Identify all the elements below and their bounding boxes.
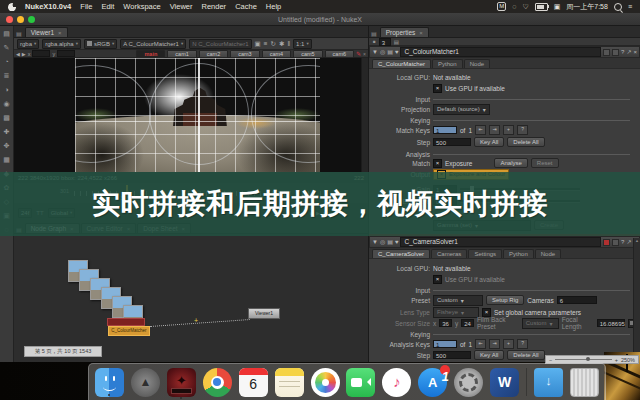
- toolbox-time-icon[interactable]: ◔: [4, 58, 8, 65]
- toolbox-keyer-icon[interactable]: ▩: [3, 114, 10, 121]
- use-gpu-checkbox[interactable]: ×: [433, 84, 442, 93]
- exposure-checkbox[interactable]: ×: [433, 159, 442, 168]
- match-keys-field[interactable]: 1: [433, 126, 457, 134]
- record-button[interactable]: [603, 239, 610, 246]
- lens-type-dropdown[interactable]: Fisheye▾: [433, 307, 479, 318]
- input-method-icon[interactable]: M: [497, 2, 506, 11]
- menu-item-cache[interactable]: Cache: [235, 2, 257, 11]
- tab-python[interactable]: Python: [503, 249, 534, 258]
- toolbox-draw-icon[interactable]: ✎: [4, 44, 10, 51]
- node-title-field[interactable]: C_ColourMatcher1: [400, 47, 601, 57]
- viewer-image[interactable]: [75, 58, 320, 172]
- pane-menu-icon[interactable]: ▤: [16, 30, 22, 37]
- menu-app-name[interactable]: NukeX10.0v4: [25, 2, 71, 11]
- delete-all-button[interactable]: Delete All: [507, 137, 544, 147]
- channels-dropdown[interactable]: rgba▾: [17, 39, 39, 49]
- coord-x-field[interactable]: [32, 50, 50, 57]
- add-key-icon[interactable]: +: [503, 339, 514, 349]
- tab-viewer1[interactable]: Viewer1 ×: [25, 27, 68, 37]
- favorite-icon[interactable]: ♥: [395, 49, 399, 55]
- apple-menu-icon[interactable]: [8, 3, 16, 11]
- projection-dropdown[interactable]: Default (source)▾: [433, 104, 490, 115]
- key-all-button[interactable]: Key All: [474, 137, 504, 147]
- menu-item-edit[interactable]: Edit: [101, 2, 114, 11]
- bin-count-field[interactable]: 3: [379, 38, 391, 46]
- heart-icon[interactable]: ♡: [522, 3, 528, 11]
- sensor-x-field[interactable]: 36: [439, 319, 452, 327]
- pane-menu-icon[interactable]: ▤: [371, 30, 377, 37]
- toolbox-merge-icon[interactable]: ✚: [4, 128, 10, 135]
- refresh-icon[interactable]: ↻: [270, 40, 275, 48]
- view-cam3-button[interactable]: cam3: [230, 50, 259, 58]
- collapse-icon[interactable]: ▼: [372, 49, 378, 55]
- undock-icon[interactable]: ↗: [626, 239, 631, 245]
- menu-clock[interactable]: 周一上午7:58: [566, 2, 608, 12]
- first-key-icon[interactable]: ⇤: [475, 125, 486, 135]
- dock-chrome[interactable]: [203, 368, 232, 397]
- dock-calendar[interactable]: 6: [239, 368, 268, 397]
- dock-finder[interactable]: [95, 368, 124, 397]
- node-graph-canvas[interactable]: C_ColourMatcher + Viewer1: [14, 234, 368, 362]
- undock-icon[interactable]: ↗: [626, 49, 631, 55]
- brush-icon[interactable]: ✎: [356, 50, 361, 57]
- viewer-node[interactable]: Viewer1: [248, 308, 280, 319]
- tab-close-icon[interactable]: ×: [419, 30, 423, 36]
- step-field[interactable]: 500: [433, 138, 471, 146]
- preset-dropdown[interactable]: Custom▾: [433, 295, 483, 306]
- tab-c-camerasolver[interactable]: C_CameraSolver: [372, 249, 430, 258]
- notification-center-icon[interactable]: ≡: [628, 3, 632, 10]
- tab-c-colourmatcher[interactable]: C_ColourMatcher: [372, 59, 431, 68]
- dock-nuke[interactable]: ✦: [167, 368, 196, 397]
- display-icon[interactable]: ▣: [554, 3, 561, 11]
- help-icon[interactable]: ?: [621, 239, 624, 245]
- analyse-button[interactable]: Analyse: [494, 158, 527, 168]
- alpha-dropdown[interactable]: rgba.alpha▾: [42, 39, 81, 49]
- list-icon[interactable]: ≡: [264, 40, 268, 48]
- float-panel-icon[interactable]: ▤: [387, 239, 393, 245]
- view-cam2-button[interactable]: cam2: [199, 50, 228, 58]
- dock-photos[interactable]: [311, 368, 340, 397]
- node-title-field[interactable]: C_CameraSolver1: [400, 237, 601, 247]
- tab-close-icon[interactable]: ×: [58, 30, 62, 36]
- film-back-dropdown[interactable]: Custom▾: [522, 318, 559, 329]
- menu-item-help[interactable]: Help: [266, 2, 281, 11]
- zoom-out-icon[interactable]: −: [549, 357, 552, 363]
- dock-facetime[interactable]: [346, 368, 375, 397]
- dock-system-preferences[interactable]: [454, 368, 483, 397]
- use-gpu-checkbox[interactable]: ×: [433, 275, 442, 284]
- add-key-icon[interactable]: +: [503, 125, 514, 135]
- reset-button[interactable]: Reset: [531, 158, 559, 168]
- toolbox-color-icon[interactable]: ◑: [4, 86, 8, 93]
- dock-word[interactable]: W: [490, 368, 519, 397]
- toolbox-filter-icon[interactable]: ◉: [3, 100, 9, 107]
- pause-icon[interactable]: ‖: [287, 40, 290, 48]
- properties-scrollbar[interactable]: ▲ ▼: [633, 238, 640, 362]
- view-cam4-button[interactable]: cam4: [262, 50, 291, 58]
- view-cam6-button[interactable]: cam6: [325, 50, 354, 58]
- node-color2-button[interactable]: [612, 49, 619, 56]
- key-help-icon[interactable]: ?: [517, 125, 528, 135]
- battery-icon[interactable]: [535, 3, 548, 11]
- view-main-button[interactable]: main: [136, 50, 165, 58]
- status-circle-icon[interactable]: ◌: [512, 3, 516, 10]
- close-icon[interactable]: ×: [363, 51, 366, 57]
- cameras-field[interactable]: 6: [557, 296, 597, 304]
- dock-downloads[interactable]: ↓: [534, 368, 563, 397]
- dock-notes[interactable]: [275, 368, 304, 397]
- menu-item-viewer[interactable]: Viewer: [170, 2, 193, 11]
- lock-icon[interactable]: ■: [373, 39, 376, 44]
- close-icon[interactable]: ×: [633, 49, 637, 55]
- sensor-y-field[interactable]: 24: [461, 319, 474, 327]
- key-help-icon[interactable]: ?: [517, 339, 528, 349]
- last-key-icon[interactable]: ⇥: [489, 339, 500, 349]
- camera-solver-node[interactable]: [107, 318, 145, 326]
- input-b-dropdown[interactable]: N C_ColourMatcher1: [189, 39, 251, 49]
- spotlight-search-icon[interactable]: [614, 3, 622, 11]
- word-zoom-slider[interactable]: [555, 359, 611, 360]
- scroll-up-icon[interactable]: ▲: [635, 238, 639, 243]
- float-panel-icon[interactable]: ▤: [387, 49, 393, 55]
- zoom-in-icon[interactable]: +: [615, 357, 618, 363]
- favorite-icon[interactable]: ♥: [395, 239, 399, 245]
- last-key-icon[interactable]: ⇥: [489, 125, 500, 135]
- trash-small-icon[interactable]: ▤: [394, 39, 399, 45]
